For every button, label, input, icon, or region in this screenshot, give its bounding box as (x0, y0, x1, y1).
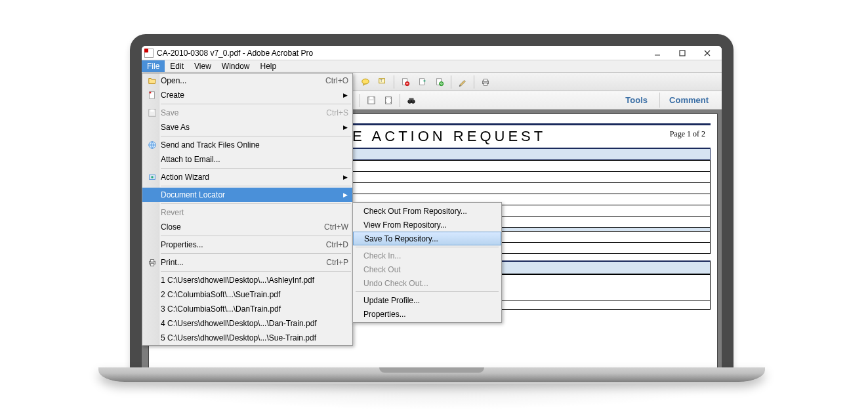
menu-attach-email[interactable]: Attach to Email... (142, 152, 352, 167)
binoculars-icon[interactable] (404, 93, 419, 108)
create-doc-icon (145, 91, 159, 100)
page-fit-icon[interactable] (381, 93, 396, 108)
svg-rect-32 (150, 264, 154, 266)
svg-rect-1 (680, 51, 685, 56)
submenu-update-profile[interactable]: Update Profile... (353, 293, 501, 307)
svg-rect-14 (484, 79, 487, 81)
printer-icon (145, 258, 159, 267)
save-icon[interactable] (364, 93, 379, 108)
menu-close[interactable]: Close Ctrl+W (142, 220, 352, 234)
menubar: File Edit View Window Help (142, 60, 722, 73)
submenu-checkout[interactable]: Check Out From Repository... (353, 204, 501, 218)
doc-export-icon[interactable] (415, 75, 430, 89)
comment-bubble-icon[interactable] (358, 75, 373, 89)
menu-file[interactable]: File (142, 60, 165, 72)
text-callout-icon[interactable]: T (375, 75, 390, 89)
submenu-arrow-icon: ▶ (342, 192, 348, 198)
svg-rect-24 (150, 92, 152, 94)
submenu-view[interactable]: View From Repository... (353, 218, 501, 232)
save-disk-icon (145, 108, 159, 117)
menu-window[interactable]: Window (217, 60, 255, 72)
submenu-arrow-icon: ▶ (342, 124, 348, 131)
svg-point-12 (440, 81, 444, 85)
svg-rect-26 (150, 110, 154, 112)
document-locator-submenu: Check Out From Repository... View From R… (352, 202, 502, 323)
submenu-checkin: Check In... (353, 249, 501, 262)
minimize-button[interactable] (648, 47, 667, 59)
menu-recent-3[interactable]: 3 C:\ColumbiaSoft\...\DanTrain.pdf (142, 302, 352, 316)
menu-view[interactable]: View (189, 60, 217, 72)
menu-recent-4[interactable]: 4 C:\Users\dhowell\Desktop\...\Dan-Train… (142, 316, 352, 331)
page-number: Page 1 of 2 (670, 129, 705, 139)
titlebar: CA-2010-0308 v7_0.pdf - Adobe Acrobat Pr… (142, 46, 722, 60)
submenu-save-to-repo[interactable]: Save To Repository... (353, 232, 501, 245)
menu-save: Save Ctrl+S (142, 106, 352, 120)
menu-recent-5[interactable]: 5 C:\Users\dhowell\Desktop\...\Sue-Train… (142, 331, 352, 345)
menu-recent-1[interactable]: 1 C:\Users\dhowell\Desktop\...\AshleyInf… (142, 273, 352, 287)
svg-rect-18 (369, 100, 374, 103)
menu-save-as[interactable]: Save As ▶ (142, 120, 352, 135)
menu-create[interactable]: Create ▶ (142, 88, 352, 102)
menu-action-wizard[interactable]: Action Wizard ▶ (142, 170, 352, 184)
svg-rect-22 (409, 98, 414, 100)
tab-tools[interactable]: Tools (616, 93, 657, 108)
menu-help[interactable]: Help (255, 60, 282, 72)
menu-document-locator[interactable]: Document Locator ▶ (142, 188, 352, 202)
svg-point-4 (362, 79, 369, 84)
menu-edit[interactable]: Edit (165, 60, 189, 72)
window-title: CA-2010-0308 v7_0.pdf - Adobe Acrobat Pr… (157, 49, 648, 58)
svg-rect-15 (484, 83, 487, 85)
close-button[interactable] (698, 47, 716, 59)
doc-title-text: TIVE ACTION REQUEST (320, 128, 546, 144)
open-folder-icon (145, 76, 159, 85)
submenu-checkout2: Check Out (353, 262, 501, 276)
svg-point-29 (151, 176, 154, 178)
pdf-icon (144, 49, 154, 58)
menu-recent-2[interactable]: 2 C:\ColumbiaSoft\...\SueTrain.pdf (142, 287, 352, 302)
menu-print[interactable]: Print... Ctrl+P (142, 255, 352, 270)
doc-refresh-icon[interactable] (432, 75, 447, 89)
menu-properties[interactable]: Properties... Ctrl+D (142, 238, 352, 252)
svg-rect-10 (420, 78, 424, 85)
submenu-properties[interactable]: Properties... (353, 307, 501, 321)
file-menu: Open... Ctrl+O Create ▶ Save Ctrl+S Save… (142, 73, 353, 346)
acrobat-window: CA-2010-0308 v7_0.pdf - Adobe Acrobat Pr… (142, 46, 722, 369)
doc-delete-icon[interactable] (398, 75, 413, 89)
menu-revert: Revert (142, 205, 352, 220)
svg-rect-17 (369, 96, 373, 99)
submenu-arrow-icon: ▶ (342, 92, 348, 98)
globe-icon (145, 140, 159, 150)
tab-comment[interactable]: Comment (659, 93, 718, 108)
pencil-icon[interactable] (455, 75, 470, 89)
printer-icon[interactable] (478, 75, 493, 89)
wizard-icon (145, 173, 159, 182)
submenu-undo-checkout: Undo Check Out... (353, 276, 501, 290)
submenu-arrow-icon: ▶ (342, 174, 348, 180)
menu-send-track[interactable]: Send and Track Files Online (142, 138, 352, 152)
svg-rect-31 (150, 260, 154, 262)
maximize-button[interactable] (673, 47, 692, 59)
menu-open[interactable]: Open... Ctrl+O (142, 73, 352, 88)
